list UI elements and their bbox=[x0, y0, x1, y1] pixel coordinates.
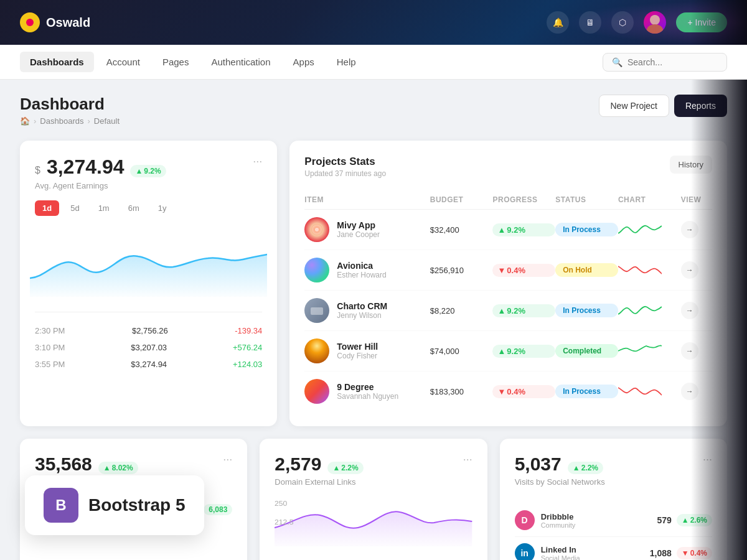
filter-1d[interactable]: 1d bbox=[35, 200, 59, 216]
share-icon[interactable]: ⬡ bbox=[611, 11, 634, 34]
earnings-change: ▲ 9.2% bbox=[130, 165, 166, 177]
social-item: in Linked In Social Media bbox=[515, 543, 580, 560]
svg-point-4 bbox=[315, 228, 319, 231]
time-filters: 1d 5d 1m 6m 1y bbox=[35, 200, 262, 216]
table-header: ITEM BUDGET PROGRESS STATUS CHART VIEW bbox=[304, 190, 712, 210]
currency-symbol: $ bbox=[35, 165, 40, 176]
logo-icon bbox=[20, 12, 40, 32]
project-item: Tower Hill Cody Fisher bbox=[304, 338, 430, 363]
invite-button[interactable]: + Invite bbox=[676, 12, 727, 32]
social-networks-card: 5,037 ▲ 2.2% Visits by Social Networks ·… bbox=[500, 439, 727, 560]
table-row: Avionica Esther Howard $256,910 ▼ 0.4% O… bbox=[304, 250, 712, 291]
row-arrow-button[interactable]: → bbox=[681, 221, 698, 238]
social-networks-label: Visits by Social Networks bbox=[515, 477, 605, 487]
filter-5d[interactable]: 5d bbox=[63, 200, 87, 216]
mini-chart bbox=[618, 383, 681, 400]
nav-item-account[interactable]: Account bbox=[96, 52, 150, 72]
project-icon bbox=[304, 379, 329, 404]
svg-point-9 bbox=[304, 379, 329, 404]
projects-updated: Updated 37 minutes ago bbox=[304, 169, 386, 178]
filter-1m[interactable]: 1m bbox=[91, 200, 117, 216]
bootstrap-watermark: B Bootstrap 5 bbox=[25, 475, 204, 535]
mini-chart bbox=[618, 221, 681, 238]
table-row: Tower Hill Cody Fisher $74,000 ▲ 9.2% Co… bbox=[304, 331, 712, 371]
breadcrumb-default[interactable]: Default bbox=[94, 116, 120, 126]
svg-point-8 bbox=[304, 338, 329, 363]
nav-item-help[interactable]: Help bbox=[327, 52, 366, 72]
social-change: ▲ 2.2% bbox=[568, 462, 603, 474]
search-icon: 🔍 bbox=[612, 57, 622, 67]
earnings-more-button[interactable]: ··· bbox=[253, 156, 262, 167]
history-button[interactable]: History bbox=[670, 156, 712, 174]
table-row: 9 Degree Savannah Nguyen $183,300 ▼ 0.4%… bbox=[304, 371, 712, 411]
row-arrow-button[interactable]: → bbox=[681, 261, 698, 279]
domain-links-value: 2,579 ▲ 2.2% bbox=[275, 454, 363, 475]
bootstrap-label: Bootstrap 5 bbox=[88, 495, 186, 515]
domain-links-label: Domain External Links bbox=[275, 477, 363, 487]
notifications-icon[interactable]: 🔔 bbox=[547, 11, 569, 34]
nav-item-pages[interactable]: Pages bbox=[153, 52, 199, 72]
mini-chart bbox=[618, 261, 681, 279]
projects-title: Projects Stats bbox=[304, 156, 386, 168]
search-input[interactable] bbox=[627, 57, 718, 67]
row-arrow-button[interactable]: → bbox=[681, 302, 698, 319]
filter-1y[interactable]: 1y bbox=[151, 200, 174, 216]
social-networks-value: 5,037 ▲ 2.2% bbox=[515, 454, 605, 475]
project-item: Mivy App Jane Cooper bbox=[304, 217, 430, 242]
monitor-icon[interactable]: 🖥 bbox=[579, 11, 601, 34]
page-actions: New Project Reports bbox=[599, 95, 728, 117]
nav-item-dashboards[interactable]: Dashboards bbox=[20, 52, 94, 72]
earnings-value: 3,274.94 bbox=[47, 156, 125, 179]
project-icon bbox=[304, 298, 329, 323]
avatar[interactable] bbox=[644, 11, 666, 34]
reports-button[interactable]: Reports bbox=[674, 95, 727, 117]
project-item: Avionica Esther Howard bbox=[304, 258, 430, 282]
breadcrumb: 🏠 › Dashboards › Default bbox=[20, 116, 120, 126]
topbar-actions: 🔔 🖥 ⬡ + Invite bbox=[547, 11, 727, 34]
domain-more-button[interactable]: ··· bbox=[463, 454, 472, 465]
navbar: Dashboards Account Pages Authentication … bbox=[0, 45, 747, 80]
svg-rect-7 bbox=[311, 307, 323, 315]
breadcrumb-home-icon: 🏠 bbox=[20, 116, 30, 126]
mini-chart bbox=[618, 342, 681, 360]
project-icon bbox=[304, 338, 329, 363]
nav-items: Dashboards Account Pages Authentication … bbox=[20, 52, 603, 72]
social-more-button[interactable]: ··· bbox=[703, 454, 712, 465]
linkedin-icon: in bbox=[515, 543, 535, 560]
row-arrow-button[interactable]: → bbox=[681, 342, 698, 360]
project-icon bbox=[304, 217, 329, 242]
organic-more-button[interactable]: ··· bbox=[223, 454, 232, 465]
organic-sessions-value: 35,568 ▲ 8.02% bbox=[35, 454, 138, 475]
filter-6m[interactable]: 6m bbox=[121, 200, 147, 216]
breadcrumb-dashboards[interactable]: Dashboards bbox=[40, 116, 83, 126]
domain-chart: 250 212.5 bbox=[275, 497, 472, 546]
project-item: 9 Degree Savannah Nguyen bbox=[304, 379, 430, 404]
svg-point-5 bbox=[304, 258, 329, 282]
mini-chart bbox=[618, 302, 681, 319]
dribbble-icon: D bbox=[515, 510, 535, 530]
logo-text: Oswald bbox=[46, 16, 90, 30]
search-bar: 🔍 bbox=[603, 53, 727, 72]
project-icon bbox=[304, 258, 329, 282]
row-arrow-button[interactable]: → bbox=[681, 383, 698, 400]
page-title: Dashboard bbox=[20, 95, 120, 114]
page-header: Dashboard 🏠 › Dashboards › Default New P… bbox=[20, 95, 727, 126]
svg-point-0 bbox=[650, 15, 660, 25]
new-project-button[interactable]: New Project bbox=[599, 95, 669, 117]
earnings-card: $ 3,274.94 ▲ 9.2% Avg. Agent Earnings ··… bbox=[20, 141, 277, 426]
earnings-row: 3:10 PM $3,207.03 +576.24 bbox=[35, 339, 262, 356]
organic-sessions-change: ▲ 8.02% bbox=[98, 462, 138, 474]
social-row-linkedin: in Linked In Social Media 1,088 ▼ 0.4% bbox=[515, 537, 712, 560]
earnings-label: Avg. Agent Earnings bbox=[35, 181, 166, 190]
bootstrap-icon: B bbox=[44, 488, 78, 523]
nav-item-apps[interactable]: Apps bbox=[283, 52, 324, 72]
svg-point-1 bbox=[647, 24, 663, 34]
earnings-row: 3:55 PM $3,274.94 +124.03 bbox=[35, 356, 262, 373]
nav-item-authentication[interactable]: Authentication bbox=[201, 52, 280, 72]
social-item: D Dribbble Community bbox=[515, 510, 576, 530]
svg-text:212.5: 212.5 bbox=[275, 519, 294, 526]
domain-links-card: 2,579 ▲ 2.2% Domain External Links ··· bbox=[260, 439, 487, 560]
logo-area: Oswald bbox=[20, 12, 547, 32]
earnings-row: 2:30 PM $2,756.26 -139.34 bbox=[35, 322, 262, 339]
projects-header: Projects Stats Updated 37 minutes ago Hi… bbox=[304, 156, 712, 178]
